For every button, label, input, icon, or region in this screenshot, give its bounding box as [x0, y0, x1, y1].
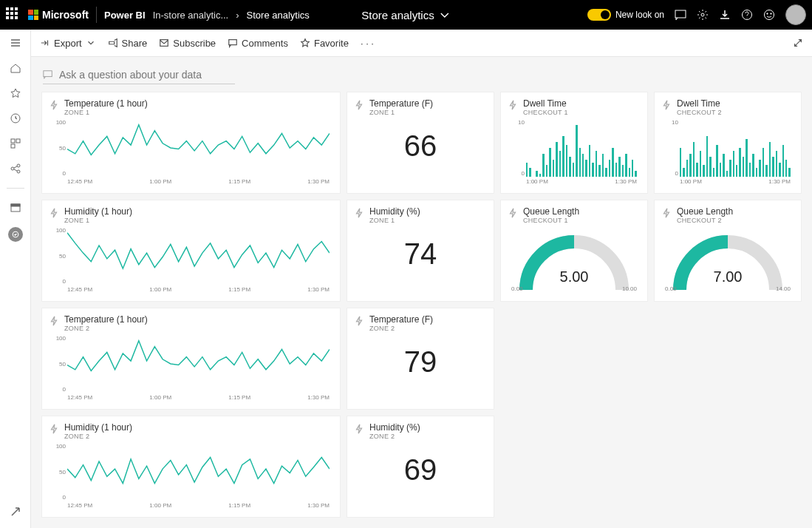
share-icon[interactable] [10, 163, 21, 175]
new-look-toggle[interactable]: New look on [587, 9, 664, 21]
download-icon[interactable] [719, 9, 731, 21]
share-button[interactable]: Share [108, 38, 148, 49]
value-humP2: 69 [355, 453, 486, 487]
card-hum2[interactable]: Humidity (1 hour)ZONE 2 100500 12:45 PM1… [41, 416, 341, 518]
value-tempF2: 79 [355, 345, 486, 379]
card-humP1[interactable]: Humidity (%)ZONE 1 74 [347, 200, 494, 302]
page-title: Store analytics [361, 9, 434, 21]
svg-rect-8 [16, 139, 20, 143]
card-humP2[interactable]: Humidity (%)ZONE 2 69 [347, 416, 494, 518]
chevron-down-icon [86, 38, 96, 48]
dashboard-grid: Temperature (1 hour)ZONE 1 100500 12:45 … [31, 89, 812, 528]
more-button[interactable]: · · · [361, 38, 374, 49]
card-queue2[interactable]: Queue LengthCHECKOUT 2 7.00 0.0014.00 [654, 200, 802, 302]
svg-point-12 [17, 170, 20, 173]
value-tempF1: 66 [355, 129, 486, 163]
smile-icon[interactable] [763, 9, 775, 21]
star-icon[interactable] [10, 87, 21, 99]
apps-icon[interactable] [10, 138, 21, 149]
microsoft-label: Microsoft [42, 9, 89, 21]
svg-rect-14 [11, 204, 20, 206]
card-hum1[interactable]: Humidity (1 hour)ZONE 1 100500 12:45 PM1… [41, 200, 341, 302]
help-icon[interactable] [741, 9, 753, 21]
app-launcher-icon[interactable] [6, 7, 21, 22]
product-name[interactable]: Power BI [104, 10, 146, 21]
chevron-right-icon: › [236, 10, 239, 21]
breadcrumb-1[interactable]: In-store analytic... [153, 10, 229, 21]
workspace-icon[interactable] [10, 202, 21, 214]
microsoft-logo: Microsoft [28, 9, 89, 21]
value-humP1: 74 [355, 237, 486, 271]
app-badge-icon[interactable] [8, 227, 23, 242]
svg-point-10 [11, 167, 14, 170]
svg-rect-18 [44, 71, 52, 77]
svg-point-1 [701, 13, 704, 16]
svg-rect-17 [229, 40, 237, 45]
svg-point-5 [771, 13, 771, 14]
home-icon[interactable] [10, 62, 21, 74]
command-bar: Export Share Subscribe Comments Favorite… [31, 30, 812, 57]
avatar[interactable] [785, 4, 806, 25]
left-nav [0, 30, 31, 528]
svg-point-3 [765, 10, 774, 20]
card-dwell2[interactable]: Dwell TimeCHECKOUT 2 100 1:00 PM1:30 PM [654, 92, 802, 194]
qna-input[interactable]: Ask a question about your data [43, 66, 235, 84]
card-queue1[interactable]: Queue LengthCHECKOUT 1 5.00 0.0010.00 [500, 200, 648, 302]
chevron-down-icon [439, 9, 451, 21]
svg-rect-16 [160, 40, 168, 47]
card-dwell1[interactable]: Dwell TimeCHECKOUT 1 100 1:00 PM1:30 PM [500, 92, 648, 194]
chat-icon[interactable] [675, 9, 686, 21]
gear-icon[interactable] [697, 9, 709, 21]
svg-point-4 [767, 13, 768, 14]
divider [96, 7, 97, 23]
qna-bar: Ask a question about your data [31, 57, 812, 89]
fullscreen-icon[interactable] [793, 38, 803, 48]
card-temp2[interactable]: Temperature (1 hour)ZONE 2 100500 12:45 … [41, 308, 341, 410]
svg-rect-9 [11, 144, 15, 148]
favorite-button[interactable]: Favorite [300, 38, 349, 49]
card-tempF2[interactable]: Temperature (F)ZONE 2 79 [347, 308, 494, 410]
chat-icon [43, 70, 53, 80]
get-data-icon[interactable] [10, 506, 21, 518]
card-temp1[interactable]: Temperature (1 hour)ZONE 1 100500 12:45 … [41, 92, 341, 194]
hamburger-icon[interactable] [10, 37, 21, 49]
subscribe-button[interactable]: Subscribe [159, 38, 216, 49]
page-title-dropdown[interactable]: Store analytics [361, 9, 450, 21]
breadcrumb-2[interactable]: Store analytics [247, 10, 310, 21]
qna-placeholder: Ask a question about your data [59, 69, 202, 81]
export-button[interactable]: Export [40, 38, 96, 49]
clock-icon[interactable] [10, 112, 21, 124]
svg-point-11 [17, 164, 20, 167]
comments-button[interactable]: Comments [228, 38, 288, 49]
svg-rect-0 [675, 10, 686, 18]
new-look-label: New look on [615, 10, 664, 20]
top-header: Microsoft Power BI In-store analytic... … [0, 0, 812, 30]
svg-rect-7 [11, 139, 15, 143]
card-tempF1[interactable]: Temperature (F)ZONE 1 66 [347, 92, 494, 194]
